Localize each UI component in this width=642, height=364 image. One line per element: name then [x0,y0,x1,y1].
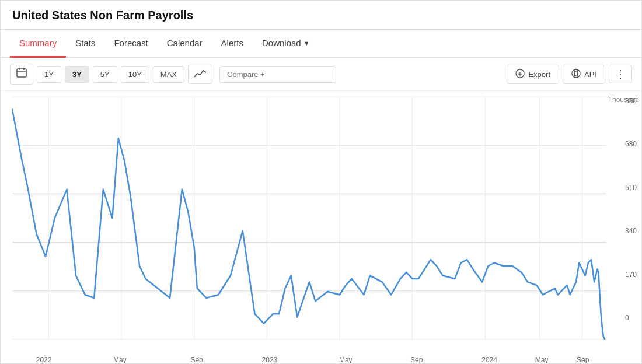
tab-download[interactable]: Download ▼ [253,30,319,58]
tab-stats[interactable]: Stats [66,30,104,58]
x-label-may-2024: May [535,356,549,364]
nav-tabs: Summary Stats Forecast Calendar Alerts D… [1,30,641,58]
page-title: United States Non Farm Payrolls [1,1,641,30]
chart-container: 0 170 340 510 680 850 2022 May Sep 2023 … [12,97,606,340]
tab-alerts[interactable]: Alerts [212,30,253,58]
x-label-sep-2022: Sep [190,356,203,364]
y-label-510: 510 [625,184,637,192]
range-10y-button[interactable]: 10Y [121,66,149,83]
range-max-button[interactable]: MAX [153,66,184,83]
range-3y-button[interactable]: 3Y [65,66,89,83]
api-label: API [584,70,596,79]
toolbar: 1Y 3Y 5Y 10Y MAX Export [1,58,641,91]
api-icon [571,69,581,80]
line-chart-icon [194,71,206,80]
compare-input[interactable] [219,66,336,83]
y-label-170: 170 [625,271,637,279]
calendar-button[interactable] [10,64,33,85]
download-label: Download [262,38,301,48]
svg-point-7 [572,69,580,78]
page-wrapper: United States Non Farm Payrolls Summary … [0,0,642,364]
calendar-icon [16,68,27,80]
x-label-may-2022: May [113,356,127,364]
more-icon: ⋮ [615,68,626,80]
tab-forecast[interactable]: Forecast [104,30,157,58]
svg-rect-0 [17,69,26,77]
more-button[interactable]: ⋮ [609,65,632,83]
svg-point-8 [574,69,578,78]
x-label-2024: 2024 [482,356,497,364]
range-1y-button[interactable]: 1Y [37,66,61,83]
tab-calendar[interactable]: Calendar [158,30,212,58]
api-button[interactable]: API [563,65,605,84]
x-label-sep-2023: Sep [410,356,423,364]
export-icon [515,69,525,80]
y-axis-labels: 0 170 340 510 680 850 [625,97,637,322]
y-label-0: 0 [625,314,637,322]
y-label-850: 850 [625,97,637,105]
y-label-340: 340 [625,227,637,235]
tab-summary[interactable]: Summary [10,30,66,58]
x-label-2023: 2023 [262,356,278,364]
download-arrow-icon: ▼ [303,40,310,47]
svg-point-6 [574,72,578,75]
x-label-sep-2024: Sep [577,356,589,364]
export-button[interactable]: Export [507,65,559,84]
chart-type-button[interactable] [188,65,212,84]
range-5y-button[interactable]: 5Y [93,66,117,83]
chart-area: Thousand [1,91,641,363]
x-label-may-2023: May [339,356,353,364]
y-label-680: 680 [625,140,637,148]
chart-svg [12,97,606,340]
toolbar-right: Export API ⋮ [507,65,632,84]
x-label-2022: 2022 [36,356,52,364]
export-label: Export [528,70,550,79]
